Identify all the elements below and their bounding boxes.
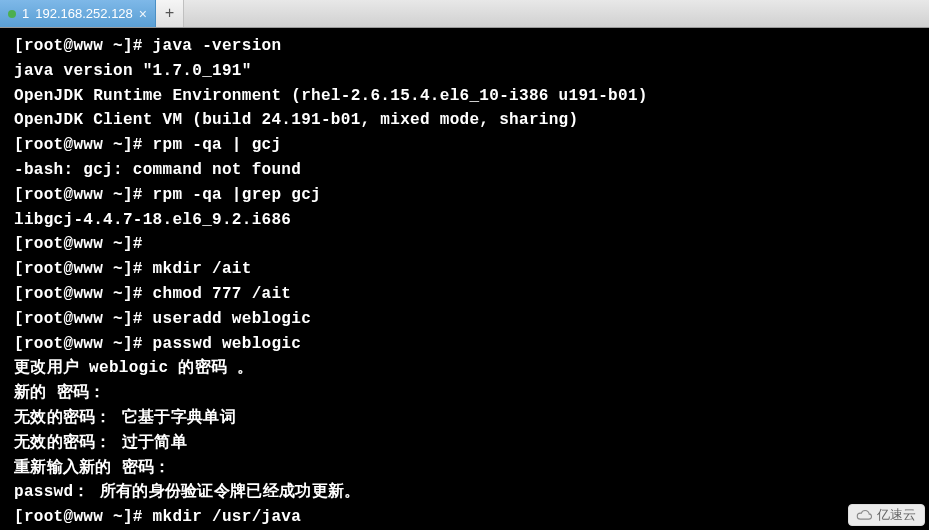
terminal-line: [root@www ~]# rpm -qa | gcj <box>14 133 915 158</box>
terminal-line: [root@www ~]# java -version <box>14 34 915 59</box>
terminal-line: OpenJDK Client VM (build 24.191-b01, mix… <box>14 108 915 133</box>
terminal-line: passwd： 所有的身份验证令牌已经成功更新。 <box>14 480 915 505</box>
terminal-line: libgcj-4.4.7-18.el6_9.2.i686 <box>14 208 915 233</box>
close-icon[interactable]: × <box>139 7 147 21</box>
terminal-line: [root@www ~]# useradd weblogic <box>14 307 915 332</box>
terminal-output[interactable]: [root@www ~]# java -versionjava version … <box>0 28 929 530</box>
terminal-line: [root@www ~]# mkdir /usr/java <box>14 505 915 530</box>
terminal-line: [root@www ~]# mkdir /ait <box>14 257 915 282</box>
terminal-line: 新的 密码： <box>14 381 915 406</box>
terminal-line: 无效的密码： 它基于字典单词 <box>14 406 915 431</box>
watermark-text: 亿速云 <box>877 506 916 524</box>
plus-icon: + <box>165 5 175 23</box>
terminal-line: [root@www ~]# rpm -qa |grep gcj <box>14 183 915 208</box>
terminal-line: java version "1.7.0_191" <box>14 59 915 84</box>
terminal-line: [root@www ~]# <box>14 232 915 257</box>
terminal-line: -bash: gcj: command not found <box>14 158 915 183</box>
add-tab-button[interactable]: + <box>156 0 184 27</box>
terminal-line: 更改用户 weblogic 的密码 。 <box>14 356 915 381</box>
tab-index: 1 <box>22 6 29 21</box>
terminal-line: OpenJDK Runtime Environment (rhel-2.6.15… <box>14 84 915 109</box>
watermark: 亿速云 <box>848 504 925 526</box>
terminal-line: 无效的密码： 过于简单 <box>14 431 915 456</box>
terminal-line: [root@www ~]# chmod 777 /ait <box>14 282 915 307</box>
terminal-line: [root@www ~]# passwd weblogic <box>14 332 915 357</box>
terminal-line: 重新输入新的 密码： <box>14 456 915 481</box>
tab-bar: 1 192.168.252.128 × + <box>0 0 929 28</box>
tab-active[interactable]: 1 192.168.252.128 × <box>0 0 156 27</box>
tab-title: 192.168.252.128 <box>35 6 133 21</box>
cloud-icon <box>855 508 873 522</box>
connection-status-icon <box>8 10 16 18</box>
